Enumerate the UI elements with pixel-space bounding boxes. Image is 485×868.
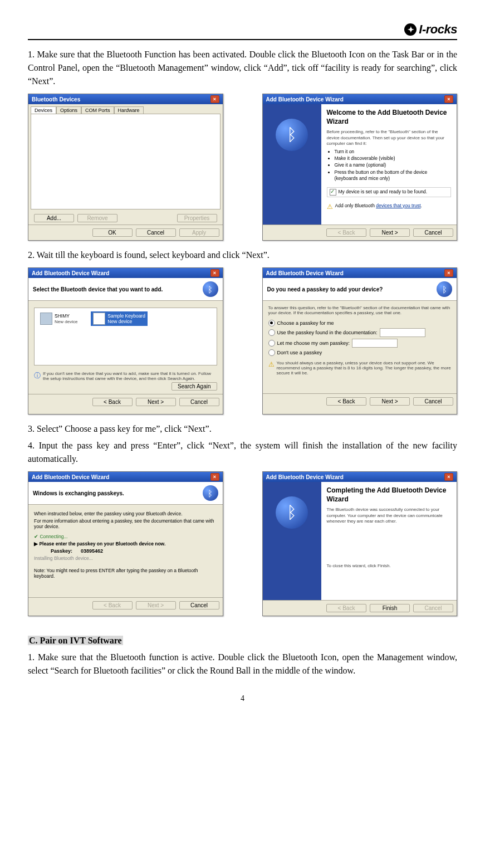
wizard-bullets: Turn it on Make it discoverable (visible… — [327, 149, 452, 181]
wizard-exchange-window: Add Bluetooth Device Wizard × Windows is… — [28, 471, 223, 616]
screenshots-row-3: Add Bluetooth Device Wizard × Windows is… — [28, 471, 457, 616]
wizard-complete-window: Add Bluetooth Device Wizard × ᛒ Completi… — [262, 471, 458, 616]
remove-button[interactable]: Remove — [77, 214, 117, 222]
cancel-button[interactable]: Cancel — [179, 601, 219, 609]
tab-strip: Devices Options COM Ports Hardware — [28, 104, 223, 114]
cancel-button[interactable]: Cancel — [179, 398, 219, 406]
passkey-value: 03895462 — [81, 548, 103, 554]
wizard-buttons: < Back Next > Cancel — [28, 597, 223, 613]
close-icon[interactable]: × — [210, 473, 219, 481]
passkey-option-doc[interactable]: Use the passkey found in the documentati… — [268, 328, 452, 337]
complete-intro: The Bluetooth device was successfully co… — [327, 507, 452, 524]
back-button[interactable]: < Back — [326, 228, 366, 237]
wizard-heading: Welcome to the Add Bluetooth Device Wiza… — [327, 109, 452, 126]
passkey-intro: To answer this question, refer to the "B… — [268, 305, 452, 315]
wizard-content: Completing the Add Bluetooth Device Wiza… — [321, 482, 457, 600]
step3-text: 3. Select” Choose a pass key for me”, cl… — [28, 422, 457, 436]
passkey-option-none[interactable]: Don't use a passkey — [268, 349, 452, 356]
radio-icon[interactable] — [268, 329, 275, 336]
device-name: Sample Keyboard — [107, 313, 145, 319]
device-icon — [93, 313, 105, 325]
section-c-text: 1. Make sure that the Bluetooth function… — [28, 651, 457, 677]
wizard-inner: When instructed below, enter the passkey… — [28, 505, 223, 597]
wizard-sidebar: ᛒ — [263, 482, 321, 600]
cancel-button[interactable]: Cancel — [413, 228, 453, 237]
next-button[interactable]: Next > — [370, 228, 410, 237]
ready-checkbox-row[interactable]: My device is set up and ready to be foun… — [327, 187, 452, 197]
step1-text: 1. Make sure that the Bluetooth Function… — [28, 48, 457, 88]
back-button[interactable]: < Back — [92, 601, 133, 609]
passkey-option-own[interactable]: Let me choose my own passkey: — [268, 339, 452, 348]
add-button[interactable]: Add... — [34, 214, 74, 222]
passkey-doc-input[interactable] — [380, 328, 425, 337]
cancel-button[interactable]: Cancel — [136, 228, 176, 237]
tab-options[interactable]: Options — [56, 106, 81, 114]
titlebar: Add Bluetooth Device Wizard × — [263, 268, 457, 278]
titlebar: Add Bluetooth Device Wizard × — [263, 94, 457, 104]
bullet: Turn it on — [335, 149, 452, 155]
close-icon[interactable]: × — [444, 269, 453, 277]
wizard-select-window: Add Bluetooth Device Wizard × Select the… — [28, 267, 223, 415]
back-button[interactable]: < Back — [92, 398, 133, 406]
search-again-button[interactable]: Search Again — [172, 382, 217, 391]
brand-logo: ✦ I-rocks — [404, 22, 457, 37]
passkey-own-input[interactable] — [352, 339, 398, 348]
exchange-line1: When instructed below, enter the passkey… — [34, 511, 217, 516]
bluetooth-icon: ᛒ — [203, 485, 218, 501]
bullet: Give it a name (optional) — [335, 162, 452, 168]
wizard-buttons: < Back Next > Cancel — [263, 393, 457, 409]
tab-devices[interactable]: Devices — [31, 106, 56, 114]
bluetooth-icon: ᛒ — [276, 119, 308, 151]
wizard-buttons: < Back Finish Cancel — [263, 600, 457, 616]
close-icon[interactable]: × — [444, 473, 453, 481]
radio-icon[interactable] — [268, 349, 275, 356]
back-button[interactable]: < Back — [326, 397, 366, 406]
bluetooth-icon: ᛒ — [203, 281, 218, 297]
tab-com-ports[interactable]: COM Ports — [81, 106, 114, 114]
next-button[interactable]: Next > — [136, 601, 176, 609]
bluetooth-devices-window: Bluetooth Devices × Devices Options COM … — [28, 94, 223, 241]
hint-link[interactable]: devices that you trust — [376, 203, 420, 208]
window-title: Add Bluetooth Device Wizard — [32, 270, 109, 276]
window-title: Bluetooth Devices — [32, 96, 80, 103]
passkey-option-choose[interactable]: Choose a passkey for me — [268, 320, 452, 326]
cancel-button[interactable]: Cancel — [413, 397, 453, 406]
apply-button[interactable]: Apply — [179, 228, 219, 237]
instruct-text: Please enter the passkey on your Bluetoo… — [39, 541, 165, 547]
device-name: SHIMY — [55, 313, 70, 319]
next-button[interactable]: Next > — [136, 398, 176, 406]
cancel-button[interactable]: Cancel — [413, 604, 453, 612]
close-icon[interactable]: × — [210, 95, 219, 103]
section-c-head-text: C. Pair on IVT Software — [28, 636, 123, 645]
radio-icon[interactable] — [268, 340, 275, 347]
bullet: Press the button on the bottom of the de… — [335, 169, 452, 182]
titlebar: Add Bluetooth Device Wizard × — [28, 472, 223, 482]
finish-button[interactable]: Finish — [370, 604, 410, 612]
radio-icon[interactable] — [268, 320, 275, 326]
radio-label: Don't use a passkey — [277, 350, 322, 355]
tab-hardware[interactable]: Hardware — [114, 106, 144, 114]
ready-checkbox-label: My device is set up and ready to be foun… — [339, 189, 428, 195]
bluetooth-icon: ᛒ — [437, 281, 452, 297]
passkey-label: Passkey: — [51, 548, 72, 554]
screenshots-row-1: Bluetooth Devices × Devices Options COM … — [28, 94, 457, 241]
device-sub: New device — [55, 319, 77, 324]
screenshots-row-2: Add Bluetooth Device Wizard × Select the… — [28, 267, 457, 415]
wizard-banner-text: Windows is exchanging passkeys. — [33, 490, 124, 496]
wizard-body: ᛒ Completing the Add Bluetooth Device Wi… — [263, 482, 457, 600]
checkbox-icon[interactable] — [330, 189, 336, 196]
device-item-selected[interactable]: Sample Keyboard New device — [91, 311, 148, 326]
close-icon[interactable]: × — [444, 95, 453, 103]
close-icon[interactable]: × — [210, 269, 219, 277]
trust-hint: ⚠ Add only Bluetooth devices that you tr… — [327, 203, 452, 212]
device-sub: New device — [107, 319, 132, 324]
wizard-body: ᛒ Welcome to the Add Bluetooth Device Wi… — [263, 104, 457, 225]
wizard-welcome-window: Add Bluetooth Device Wizard × ᛒ Welcome … — [262, 94, 458, 241]
note-text: Note: You might need to press ENTER afte… — [34, 568, 217, 579]
properties-button[interactable]: Properties — [177, 214, 217, 222]
device-icon — [40, 313, 52, 325]
next-button[interactable]: Next > — [370, 397, 410, 406]
device-item[interactable]: SHIMY New device — [38, 311, 80, 326]
back-button[interactable]: < Back — [326, 604, 366, 612]
ok-button[interactable]: OK — [92, 228, 133, 237]
